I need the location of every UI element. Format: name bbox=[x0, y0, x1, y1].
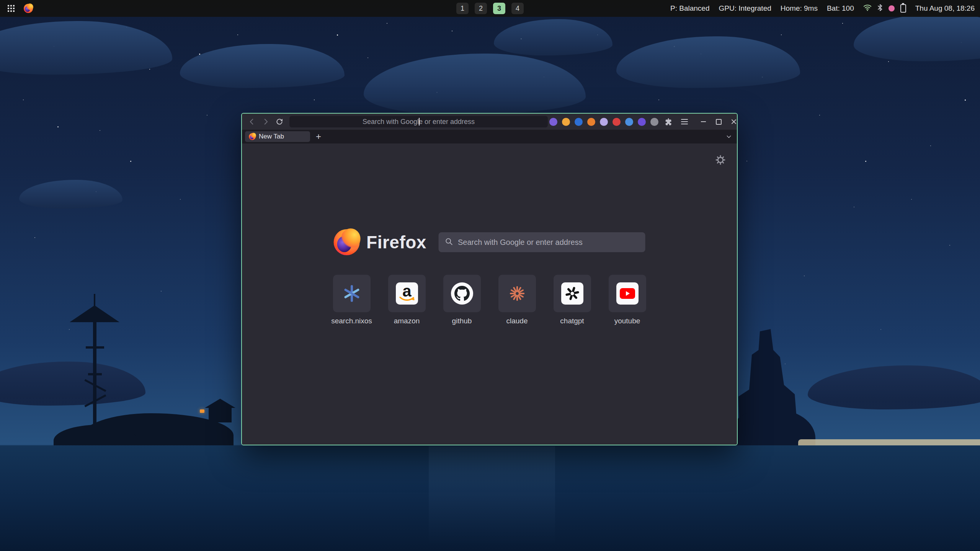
extension-icon[interactable] bbox=[587, 118, 595, 126]
hamburger-icon bbox=[681, 119, 688, 124]
workspace-button-2[interactable]: 2 bbox=[475, 3, 487, 14]
extension-icon[interactable] bbox=[638, 118, 646, 126]
indicator-icon bbox=[889, 5, 895, 11]
extension-icons bbox=[549, 118, 658, 126]
extensions-puzzle-icon[interactable] bbox=[663, 116, 674, 127]
forward-button[interactable] bbox=[260, 116, 272, 128]
gpu-status: GPU: Integrated bbox=[719, 4, 771, 13]
search-icon bbox=[445, 237, 453, 248]
newtab-search-input[interactable]: Search with Google or enter address bbox=[439, 232, 645, 252]
extension-icon[interactable] bbox=[625, 118, 633, 126]
maximize-button[interactable] bbox=[714, 117, 723, 126]
extension-icon[interactable] bbox=[549, 118, 557, 126]
workspace-button-1[interactable]: 1 bbox=[456, 3, 469, 14]
shortcut-search-nixos[interactable]: search.nixos bbox=[333, 275, 371, 325]
urlbar[interactable]: Search with Google or enter address bbox=[289, 116, 548, 127]
extension-icon[interactable] bbox=[600, 118, 608, 126]
app-launcher-icon[interactable] bbox=[5, 3, 17, 14]
extension-icon[interactable] bbox=[650, 118, 658, 126]
openai-knot-icon bbox=[561, 282, 583, 305]
status-icons bbox=[863, 4, 906, 13]
personalize-gear-icon[interactable] bbox=[715, 154, 726, 166]
youtube-play-icon bbox=[616, 282, 639, 305]
cloud bbox=[0, 21, 172, 75]
cloud bbox=[19, 180, 122, 209]
window-controls bbox=[699, 117, 738, 126]
status-bar-left bbox=[5, 3, 33, 14]
menu-button[interactable] bbox=[679, 116, 690, 127]
beach-strip bbox=[798, 439, 980, 445]
shortcut-amazon[interactable]: a amazon bbox=[388, 275, 426, 325]
back-button[interactable] bbox=[246, 116, 258, 128]
firefox-launcher-icon[interactable] bbox=[24, 4, 33, 13]
extension-icon[interactable] bbox=[562, 118, 570, 126]
cloud bbox=[364, 54, 586, 115]
browser-toolbar: Search with Google or enter address bbox=[242, 114, 737, 130]
tab-bar: New Tab + bbox=[242, 130, 737, 143]
firefox-logo bbox=[333, 229, 359, 255]
battery-status: Bat: 100 bbox=[827, 4, 854, 13]
bluetooth-icon[interactable] bbox=[877, 4, 883, 13]
cloud bbox=[180, 44, 345, 88]
cloud bbox=[0, 362, 145, 406]
shortcut-label: chatgpt bbox=[560, 317, 584, 325]
tab-list-chevron-icon[interactable] bbox=[724, 132, 734, 142]
reload-button[interactable] bbox=[273, 116, 286, 128]
github-octocat-icon bbox=[451, 282, 473, 305]
latency-status: Home: 9ms bbox=[781, 4, 818, 13]
cloud bbox=[494, 19, 612, 55]
status-bar: 1 2 3 4 P: Balanced GPU: Integrated Home… bbox=[0, 0, 980, 17]
newtab-page: Firefox Search with Google or enter addr… bbox=[242, 143, 737, 445]
workspace-button-4[interactable]: 4 bbox=[511, 3, 524, 14]
shortcut-label: search.nixos bbox=[331, 317, 372, 325]
new-tab-button[interactable]: + bbox=[313, 131, 324, 142]
minimize-button[interactable] bbox=[699, 117, 708, 126]
newtab-hero: Firefox Search with Google or enter addr… bbox=[333, 229, 645, 255]
cloud bbox=[854, 13, 980, 61]
tab-favicon-firefox-icon bbox=[249, 133, 256, 140]
close-button[interactable] bbox=[729, 117, 738, 126]
shortcut-label: amazon bbox=[394, 317, 420, 325]
shortcut-github[interactable]: github bbox=[443, 275, 481, 325]
tab-label: New Tab bbox=[259, 133, 284, 140]
extension-icon[interactable] bbox=[575, 118, 583, 126]
shortcut-grid: search.nixos a amazon github bbox=[333, 275, 646, 325]
clock: Thu Aug 08, 18:26 bbox=[915, 4, 975, 13]
status-bar-right: P: Balanced GPU: Integrated Home: 9ms Ba… bbox=[670, 4, 975, 13]
shortcut-claude[interactable]: claude bbox=[498, 275, 536, 325]
shortcut-chatgpt[interactable]: chatgpt bbox=[554, 275, 591, 325]
workspace-button-3[interactable]: 3 bbox=[493, 3, 505, 14]
workspace-switcher: 1 2 3 4 bbox=[456, 3, 524, 14]
power-profile-status: P: Balanced bbox=[670, 4, 709, 13]
water-reflection bbox=[429, 446, 555, 546]
wifi-icon[interactable] bbox=[863, 4, 872, 13]
claude-starburst-icon bbox=[498, 275, 536, 312]
shortcut-youtube[interactable]: youtube bbox=[609, 275, 646, 325]
toolbar-right bbox=[549, 116, 738, 127]
shortcut-label: claude bbox=[506, 317, 528, 325]
search-placeholder: Search with Google or enter address bbox=[458, 238, 583, 247]
shortcut-label: youtube bbox=[614, 317, 640, 325]
amazon-icon: a bbox=[396, 282, 418, 305]
extension-icon[interactable] bbox=[612, 118, 621, 126]
battery-icon bbox=[900, 4, 906, 13]
shortcut-label: github bbox=[452, 317, 472, 325]
nixos-icon bbox=[333, 275, 371, 312]
firefox-wordmark: Firefox bbox=[366, 232, 426, 253]
text-caret bbox=[419, 118, 420, 126]
cloud bbox=[616, 36, 800, 88]
island-light bbox=[200, 409, 204, 413]
cloud bbox=[808, 365, 980, 409]
firefox-window: Search with Google or enter address New … bbox=[241, 113, 738, 445]
tab-new-tab[interactable]: New Tab bbox=[245, 131, 310, 142]
